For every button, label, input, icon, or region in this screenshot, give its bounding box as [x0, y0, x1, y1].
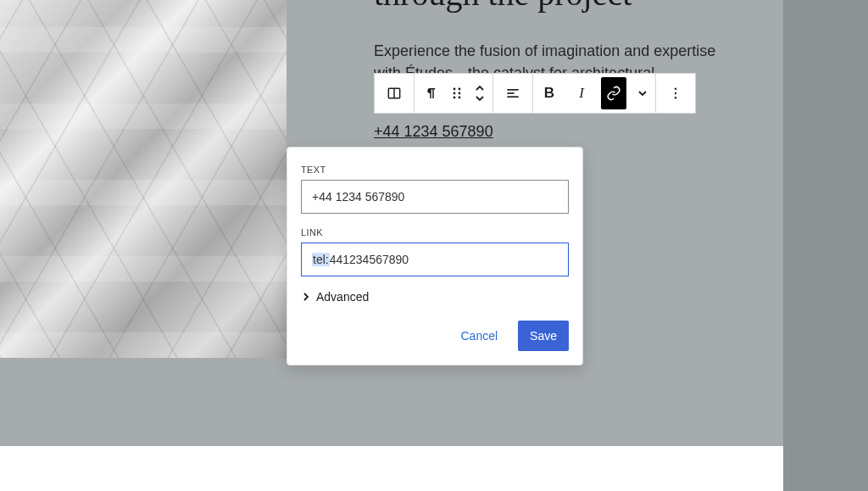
bold-icon: B	[544, 85, 554, 102]
link-field-label: LINK	[301, 227, 569, 237]
block-toolbar: B I	[374, 73, 696, 114]
page-bottom-whitespace	[0, 446, 783, 491]
italic-button[interactable]: I	[565, 74, 598, 113]
move-block-button[interactable]	[467, 74, 492, 113]
chevron-down-icon	[637, 87, 648, 99]
more-vertical-icon	[668, 86, 683, 101]
italic-icon: I	[579, 85, 584, 102]
chevron-right-icon	[301, 292, 311, 302]
link-url-input[interactable]: tel:441234567890	[301, 243, 569, 276]
bold-button[interactable]: B	[533, 74, 565, 113]
svg-point-3	[459, 88, 461, 91]
svg-point-2	[453, 88, 456, 91]
save-button[interactable]: Save	[518, 321, 569, 351]
columns-icon	[386, 85, 403, 102]
more-formatting-button[interactable]	[630, 74, 655, 113]
drag-handle-icon	[451, 86, 463, 101]
svg-point-5	[459, 92, 461, 95]
pilcrow-icon	[423, 86, 438, 101]
link-text-input[interactable]	[301, 180, 569, 214]
page-headline: through the project	[374, 0, 755, 14]
drag-handle[interactable]	[447, 74, 467, 113]
chevrons-vertical-icon	[474, 85, 486, 102]
svg-point-12	[675, 92, 676, 94]
text-field-label: TEXT	[301, 165, 569, 175]
svg-point-4	[453, 92, 456, 95]
paragraph-style-button[interactable]	[415, 74, 447, 113]
hero-image	[0, 0, 287, 358]
align-button[interactable]	[493, 74, 532, 113]
link-button[interactable]	[601, 77, 626, 109]
block-transform-button[interactable]	[375, 74, 414, 113]
svg-point-13	[675, 97, 676, 98]
svg-point-6	[453, 97, 456, 99]
advanced-label: Advanced	[316, 290, 369, 304]
phone-link[interactable]: +44 1234 567890	[374, 123, 493, 141]
align-left-icon	[504, 85, 521, 102]
advanced-toggle[interactable]: Advanced	[301, 290, 569, 304]
link-icon	[606, 86, 621, 101]
cancel-button[interactable]: Cancel	[448, 321, 509, 351]
editor-canvas: through the project Experience the fusio…	[0, 0, 783, 491]
svg-point-7	[459, 97, 461, 99]
link-url-rest: 441234567890	[330, 253, 409, 266]
svg-point-11	[675, 88, 676, 90]
link-dialog: TEXT LINK tel:441234567890 Advanced Canc…	[287, 147, 583, 365]
link-url-selection: tel:	[312, 253, 330, 266]
more-options-button[interactable]	[656, 74, 695, 113]
